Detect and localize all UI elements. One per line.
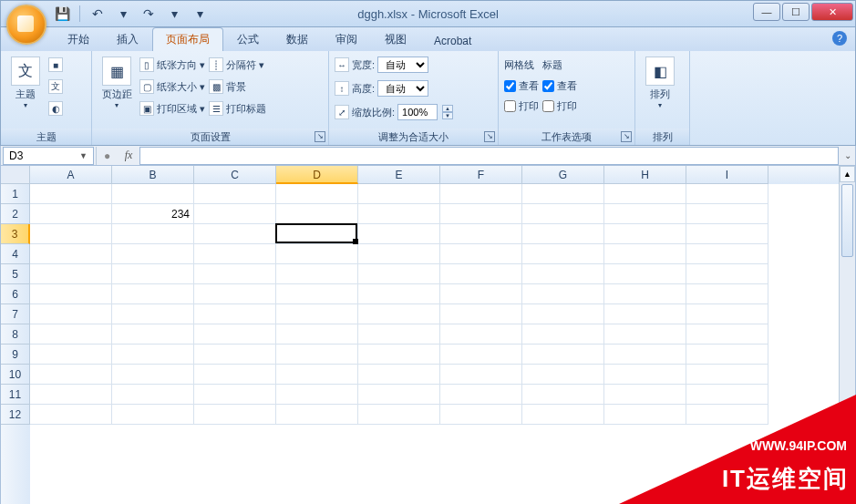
cell[interactable] — [440, 184, 522, 204]
cell[interactable] — [276, 264, 358, 284]
cell[interactable] — [194, 304, 276, 324]
cell[interactable] — [440, 324, 522, 345]
cell[interactable] — [440, 284, 522, 304]
cancel-formula-icon[interactable]: ● — [96, 147, 118, 165]
cell[interactable] — [686, 184, 768, 204]
scale-launcher[interactable]: ↘ — [484, 131, 495, 142]
cell[interactable] — [604, 324, 686, 345]
cell[interactable] — [194, 405, 276, 425]
row-header[interactable]: 3 — [1, 224, 30, 244]
spin-down-icon[interactable]: ▼ — [442, 112, 453, 119]
cell[interactable] — [194, 324, 276, 345]
cell[interactable] — [30, 264, 112, 284]
row-header[interactable]: 1 — [1, 184, 30, 204]
cell[interactable] — [522, 324, 604, 345]
cell[interactable] — [686, 224, 768, 244]
cell[interactable] — [686, 244, 768, 264]
cell[interactable] — [358, 324, 440, 345]
maximize-button[interactable]: ☐ — [782, 3, 810, 21]
cell[interactable] — [522, 264, 604, 284]
cell[interactable] — [686, 204, 768, 224]
cell[interactable] — [112, 365, 194, 385]
formula-expand-icon[interactable]: ⌄ — [841, 150, 855, 160]
redo-dropdown-icon[interactable]: ▾ — [164, 4, 184, 24]
cell[interactable] — [440, 405, 522, 425]
select-all-corner[interactable] — [1, 166, 30, 184]
cell[interactable] — [194, 264, 276, 284]
cell[interactable] — [358, 345, 440, 365]
tab-review[interactable]: 审阅 — [322, 27, 371, 51]
cell[interactable] — [112, 244, 194, 264]
cell[interactable] — [686, 345, 768, 365]
cell[interactable] — [358, 264, 440, 284]
breaks-button[interactable]: ┊分隔符 ▾ — [209, 55, 266, 75]
tab-data[interactable]: 数据 — [273, 27, 322, 51]
cell[interactable] — [686, 385, 768, 405]
cell[interactable] — [604, 284, 686, 304]
height-select[interactable]: 自动 — [377, 80, 428, 97]
cell[interactable] — [194, 184, 276, 204]
background-button[interactable]: ▩背景 — [209, 77, 266, 97]
fx-icon[interactable]: fx — [118, 147, 139, 165]
row-header[interactable]: 10 — [1, 365, 30, 385]
cell[interactable] — [604, 365, 686, 385]
cell[interactable] — [112, 304, 194, 324]
cell[interactable] — [522, 244, 604, 264]
cell[interactable] — [30, 204, 112, 224]
column-header[interactable]: B — [112, 166, 194, 184]
cell[interactable] — [276, 405, 358, 425]
row-header[interactable]: 12 — [1, 405, 30, 425]
column-header[interactable]: H — [604, 166, 686, 184]
qat-customize-icon[interactable]: ▾ — [190, 4, 210, 24]
vertical-scrollbar[interactable]: ▲ ▼ — [839, 166, 855, 504]
cell[interactable]: 234 — [112, 204, 194, 224]
cell[interactable] — [686, 324, 768, 345]
cell[interactable] — [30, 224, 112, 244]
size-button[interactable]: ▢纸张大小 ▾ — [139, 77, 205, 97]
themes-button[interactable]: 文 主题 ▾ — [6, 55, 45, 111]
cell[interactable] — [604, 304, 686, 324]
cell[interactable] — [30, 345, 112, 365]
cell[interactable] — [112, 345, 194, 365]
cell[interactable] — [440, 244, 522, 264]
cell[interactable] — [522, 224, 604, 244]
cell[interactable] — [604, 405, 686, 425]
cell[interactable] — [686, 405, 768, 425]
cell[interactable] — [604, 184, 686, 204]
cell[interactable] — [30, 365, 112, 385]
cell[interactable] — [440, 204, 522, 224]
save-icon[interactable]: 💾 — [52, 4, 72, 24]
row-header[interactable]: 2 — [1, 204, 30, 224]
cell[interactable] — [604, 224, 686, 244]
cell[interactable] — [194, 345, 276, 365]
cell[interactable] — [440, 224, 522, 244]
cell[interactable] — [522, 204, 604, 224]
row-header[interactable]: 8 — [1, 324, 30, 345]
cell[interactable] — [112, 284, 194, 304]
cell[interactable] — [440, 385, 522, 405]
cell[interactable] — [522, 345, 604, 365]
column-header[interactable]: A — [30, 166, 112, 184]
row-header[interactable]: 11 — [1, 385, 30, 405]
cell[interactable] — [686, 284, 768, 304]
headings-view-checkbox[interactable]: 查看 — [542, 77, 577, 95]
gridlines-view-checkbox[interactable]: 查看 — [504, 77, 539, 95]
cell[interactable] — [604, 244, 686, 264]
cell[interactable] — [276, 284, 358, 304]
cell[interactable] — [30, 324, 112, 345]
width-select[interactable]: 自动 — [377, 57, 428, 73]
cell[interactable] — [30, 284, 112, 304]
scroll-down-icon[interactable]: ▼ — [840, 488, 855, 504]
cell[interactable] — [276, 244, 358, 264]
cell[interactable] — [358, 224, 440, 244]
margins-button[interactable]: ▦ 页边距 ▾ — [98, 55, 136, 111]
cell[interactable] — [30, 304, 112, 324]
cell[interactable] — [276, 385, 358, 405]
cell[interactable] — [604, 264, 686, 284]
cell[interactable] — [112, 405, 194, 425]
cell[interactable] — [358, 365, 440, 385]
row-header[interactable]: 4 — [1, 244, 30, 264]
cell[interactable] — [358, 244, 440, 264]
name-box[interactable]: D3▼ — [3, 147, 94, 165]
office-button[interactable] — [6, 5, 46, 45]
